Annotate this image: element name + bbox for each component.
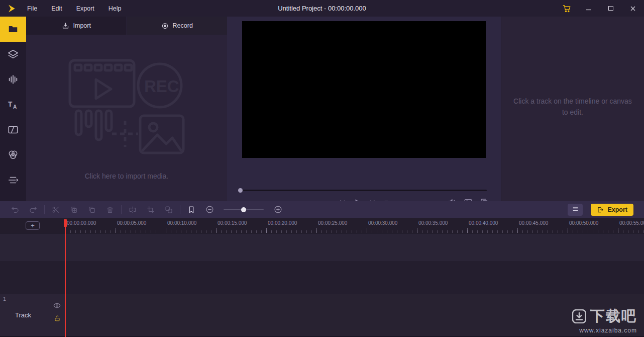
svg-text:A: A xyxy=(13,104,17,110)
timeline: + 00:00:00.00000:00:05.00000:00:10.00000… xyxy=(0,218,644,337)
tab-record-label: Record xyxy=(173,22,193,29)
preview-panel: 00:00:00.000 xyxy=(227,17,501,201)
menubar: File Edit Export Help xyxy=(27,5,122,12)
zoom-slider-handle[interactable] xyxy=(241,207,246,212)
seek-bar[interactable] xyxy=(238,188,487,194)
sidebar-item-audio[interactable] xyxy=(0,67,26,92)
undo-button[interactable] xyxy=(9,204,21,216)
layers-icon xyxy=(8,49,19,60)
sidebar-item-filters[interactable] xyxy=(0,142,26,167)
zoom-in-button[interactable] xyxy=(272,204,284,216)
export-button-label: Export xyxy=(607,206,627,213)
maximize-icon xyxy=(608,6,613,11)
ruler-label: 00:00:50.000 xyxy=(569,220,598,226)
inspector-panel: Click a track on the timeline or canvas … xyxy=(501,17,644,201)
timeline-rows: 1 Track xyxy=(0,233,644,337)
minimize-button[interactable] xyxy=(578,0,600,17)
ruler-label: 00:00:35.000 xyxy=(418,220,448,226)
toolbar-divider xyxy=(121,205,122,214)
export-button[interactable]: Export xyxy=(591,204,633,216)
tab-import-label: Import xyxy=(73,22,91,29)
menu-edit[interactable]: Edit xyxy=(51,5,62,12)
import-dropzone[interactable]: REC Click here to import media. xyxy=(26,35,227,201)
track-number: 1 xyxy=(3,296,6,302)
close-button[interactable] xyxy=(622,0,644,17)
titlebar: File Edit Export Help Untitled Project -… xyxy=(0,0,644,17)
rec-text: REC xyxy=(144,77,179,96)
watermark-title: 下载吧 xyxy=(590,306,637,326)
menu-help[interactable]: Help xyxy=(109,5,122,12)
ruler-label: 00:00:25.000 xyxy=(318,220,347,226)
menu-export[interactable]: Export xyxy=(76,5,94,12)
media-tabs: Import Record xyxy=(26,17,227,35)
transition-icon xyxy=(8,124,19,135)
text-icon: TA xyxy=(8,99,19,110)
timeline-ruler[interactable]: + 00:00:00.00000:00:05.00000:00:10.00000… xyxy=(0,218,644,233)
ruler-label: 00:00:30.000 xyxy=(368,220,397,226)
crop-button[interactable] xyxy=(145,204,157,216)
tab-record[interactable]: Record xyxy=(127,17,228,35)
add-track-button[interactable]: + xyxy=(26,221,40,230)
duplicate-button[interactable] xyxy=(68,204,80,216)
toolbar-divider xyxy=(180,205,180,214)
ruler-labels: 00:00:00.00000:00:05.00000:00:10.00000:0… xyxy=(65,218,644,233)
ruler-label: 00:00:05.000 xyxy=(117,220,146,226)
zoom-out-button[interactable] xyxy=(203,204,216,216)
copy-button[interactable] xyxy=(86,204,98,216)
svg-text:T: T xyxy=(8,101,13,108)
seek-track[interactable] xyxy=(238,190,487,191)
app-logo-icon xyxy=(0,4,23,14)
ruler-ticks-major xyxy=(65,228,644,233)
replace-button[interactable] xyxy=(163,204,175,216)
ruler-label: 00:00:45.000 xyxy=(519,220,548,226)
timeline-track-row-1[interactable] xyxy=(0,294,644,336)
playhead-handle[interactable] xyxy=(64,219,67,227)
timeline-toolbar: Export xyxy=(0,201,644,218)
workspace: TA Import Record xyxy=(0,17,644,201)
redo-button[interactable] xyxy=(27,204,39,216)
sidebar-item-transitions[interactable] xyxy=(0,117,26,142)
seek-handle[interactable] xyxy=(238,188,243,193)
ruler-label: 00:00:10.000 xyxy=(167,220,196,226)
track-visibility-eye-icon[interactable] xyxy=(53,302,61,309)
cart-icon[interactable] xyxy=(556,0,578,17)
sidebar-item-behaviors[interactable] xyxy=(0,167,26,193)
timeline-track-row[interactable] xyxy=(0,261,644,294)
folder-icon xyxy=(8,24,19,35)
marker-button[interactable] xyxy=(185,204,197,216)
playhead[interactable] xyxy=(65,219,66,337)
sidebar-item-elements[interactable] xyxy=(0,42,26,67)
sidebar-item-media[interactable] xyxy=(0,17,26,42)
track-header[interactable]: 1 Track xyxy=(0,294,65,336)
waveform-icon xyxy=(8,74,19,85)
watermark: 下载吧 www.xiazaiba.com xyxy=(572,306,637,334)
record-icon xyxy=(161,22,169,30)
cut-button[interactable] xyxy=(50,204,62,216)
media-panel: Import Record xyxy=(26,17,227,201)
export-icon xyxy=(597,206,604,213)
track-lock-icon[interactable] xyxy=(54,315,61,322)
ruler-label: 00:00:15.000 xyxy=(218,220,247,226)
ruler-label: 00:00:40.000 xyxy=(469,220,498,226)
menu-file[interactable]: File xyxy=(27,5,37,12)
tab-import[interactable]: Import xyxy=(26,17,127,35)
video-canvas[interactable] xyxy=(242,21,486,158)
toolbar-divider xyxy=(44,205,45,214)
window-title: Untitled Project - 00:00:00.000 xyxy=(278,5,366,12)
filters-icon xyxy=(8,149,19,160)
ruler-label: 00:00:00.000 xyxy=(67,220,96,226)
split-button[interactable] xyxy=(127,204,139,216)
timeline-track-row[interactable] xyxy=(0,234,644,261)
maximize-button[interactable] xyxy=(600,0,622,17)
window-controls xyxy=(556,0,644,17)
project-list-button[interactable] xyxy=(568,204,583,216)
list-icon xyxy=(572,206,579,213)
behaviors-icon xyxy=(8,175,19,186)
timeline-zoom-slider[interactable] xyxy=(224,206,264,214)
delete-button[interactable] xyxy=(104,204,116,216)
ruler-label: 00:00:55.000 xyxy=(619,220,644,226)
watermark-logo-icon xyxy=(572,309,586,323)
ruler-label: 00:00:20.000 xyxy=(268,220,297,226)
import-icon xyxy=(62,22,69,30)
sidebar-item-text[interactable]: TA xyxy=(0,92,26,117)
